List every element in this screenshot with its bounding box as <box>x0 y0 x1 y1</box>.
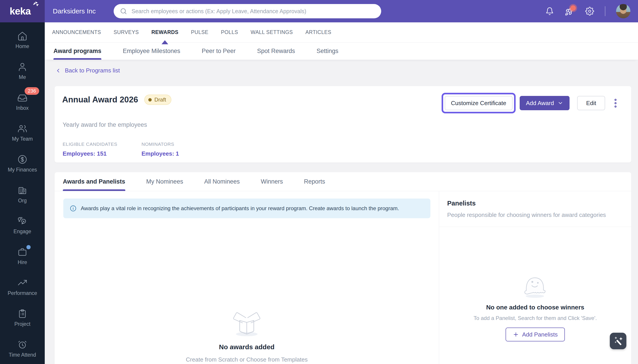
program-details-card: Awards and Panelists My Nominees All Nom… <box>55 172 631 364</box>
sidebar-item-engage[interactable]: Engage <box>14 216 31 238</box>
sidebar-label: Engage <box>14 228 31 234</box>
top-header: keka Darksiders Inc <box>0 0 638 22</box>
active-subtab-underline <box>54 58 101 60</box>
nominators-value[interactable]: Employees: 1 <box>141 150 179 157</box>
subtab-peer-to-peer[interactable]: Peer to Peer <box>202 42 236 60</box>
customize-certificate-button[interactable]: Customize Certificate <box>445 96 512 110</box>
time-attend-clock-icon <box>17 340 28 350</box>
magic-wand-icon <box>612 336 624 346</box>
user-avatar[interactable] <box>616 4 630 18</box>
awards-empty-subtitle: Create from Scratch or Choose from Templ… <box>186 356 308 363</box>
status-dot <box>148 98 152 102</box>
sidebar-item-my-team[interactable]: My Team <box>12 124 33 146</box>
active-tab-underline <box>63 190 125 191</box>
subtab-settings[interactable]: Settings <box>317 42 338 60</box>
eligible-candidates-value[interactable]: Employees: 151 <box>63 150 117 157</box>
subtab-employee-milestones[interactable]: Employee Milestones <box>123 42 180 60</box>
program-description: Yearly award for the employees <box>63 122 147 128</box>
panelists-subtitle: People responsible for choosing winners … <box>447 212 631 218</box>
tab-winners[interactable]: Winners <box>261 172 283 191</box>
tab-awards-and-panelists[interactable]: Awards and Panelists <box>63 172 125 191</box>
team-icon <box>17 124 28 134</box>
notifications-bell-icon[interactable] <box>545 7 554 16</box>
rewards-subnav: Award programs Employee Milestones Peer … <box>45 42 638 60</box>
panelists-header: Panelists People responsible for choosin… <box>439 191 631 227</box>
nav-tab-pulse[interactable]: PULSE <box>191 22 209 42</box>
customize-certificate-highlight: Customize Certificate <box>442 93 516 113</box>
nav-tab-wall-settings[interactable]: WALL SETTINGS <box>251 22 293 42</box>
eligible-candidates-stat: ELIGIBLE CANDIDATES Employees: 151 <box>63 142 117 157</box>
sidebar-item-inbox[interactable]: 236 Inbox <box>16 92 29 115</box>
eligible-candidates-label: ELIGIBLE CANDIDATES <box>63 142 117 147</box>
sidebar-item-org[interactable]: Org <box>17 185 28 208</box>
status-badge: Draft <box>144 94 171 105</box>
plus-icon <box>513 331 519 338</box>
sidebar-label: Time Attend <box>9 352 36 358</box>
awards-pane: Awards play a vital role in recognizing … <box>55 191 439 364</box>
nav-tab-polls[interactable]: POLLS <box>221 22 238 42</box>
info-icon <box>70 205 77 212</box>
nominators-label: NOMINATORS <box>141 142 179 147</box>
tab-my-nominees[interactable]: My Nominees <box>146 172 183 191</box>
add-panelists-button[interactable]: Add Panelists <box>505 328 565 342</box>
add-panelists-label: Add Panelists <box>522 331 558 338</box>
nav-tab-articles[interactable]: ARTICLES <box>305 22 331 42</box>
inbox-icon: 236 <box>17 92 28 103</box>
edit-button[interactable]: Edit <box>577 96 605 110</box>
logo-spark-icon <box>32 1 39 8</box>
engage-chat-icon <box>17 216 28 226</box>
nominators-stat: NOMINATORS Employees: 1 <box>141 142 179 157</box>
sidebar-item-me[interactable]: Me <box>17 62 28 84</box>
keka-logo[interactable]: keka <box>0 0 45 22</box>
sidebar-label: My Team <box>12 136 33 142</box>
program-summary-card: Annual Award 2026 Draft Customize Certif… <box>55 86 631 162</box>
nav-tab-announcements[interactable]: ANNOUNCEMENTS <box>52 22 101 42</box>
subtab-label: Award programs <box>54 48 101 54</box>
global-search[interactable] <box>114 4 381 18</box>
settings-gear-icon[interactable] <box>585 7 594 16</box>
active-tab-indicator <box>162 40 168 44</box>
panelists-empty-state: No one added to choose winners To add a … <box>439 267 631 342</box>
more-options-kebab-icon[interactable] <box>613 98 618 109</box>
sidebar-label: My Finances <box>8 167 37 173</box>
sidebar-item-performance[interactable]: Performance <box>8 278 37 300</box>
org-building-icon <box>17 185 28 196</box>
chevron-down-icon <box>557 100 563 106</box>
panelists-title: Panelists <box>447 200 631 207</box>
status-label: Draft <box>154 96 166 103</box>
magic-assistant-button[interactable] <box>610 333 626 349</box>
subtab-award-programs[interactable]: Award programs <box>54 42 101 60</box>
panelists-empty-title: No one added to choose winners <box>486 304 584 311</box>
sidebar-label: Project <box>14 321 31 327</box>
nav-tab-label: REWARDS <box>152 29 179 35</box>
whats-new-rocket-icon[interactable] <box>565 6 574 16</box>
inbox-unread-badge: 236 <box>25 87 39 95</box>
tab-label: Awards and Panelists <box>63 178 125 185</box>
tab-all-nominees[interactable]: All Nominees <box>204 172 240 191</box>
back-to-programs-link[interactable]: Back to Programs list <box>55 67 120 74</box>
back-link-label: Back to Programs list <box>65 67 120 74</box>
finances-dollar-icon <box>17 154 28 164</box>
sidebar-item-project[interactable]: Project <box>14 308 31 331</box>
user-icon <box>17 62 28 72</box>
add-award-label: Add Award <box>526 100 554 107</box>
program-title: Annual Award 2026 <box>62 95 138 104</box>
add-award-button[interactable]: Add Award <box>520 96 569 110</box>
ghost-icon <box>517 267 553 300</box>
chevron-left-icon <box>55 68 61 74</box>
sidebar-label: Home <box>16 44 29 50</box>
company-name: Darksiders Inc <box>53 0 96 22</box>
sidebar-item-time-attend[interactable]: Time Attend <box>9 340 36 362</box>
sidebar-item-hire[interactable]: Hire <box>17 247 28 269</box>
nav-tab-surveys[interactable]: SURVEYS <box>114 22 139 42</box>
panelists-pane: Panelists People responsible for choosin… <box>439 191 631 364</box>
sidebar-item-my-finances[interactable]: My Finances <box>8 154 37 177</box>
sidebar-item-home[interactable]: Home <box>16 31 29 53</box>
tab-reports[interactable]: Reports <box>304 172 325 191</box>
subtab-spot-rewards[interactable]: Spot Rewards <box>257 42 295 60</box>
sidebar-label: Org <box>18 198 27 204</box>
nav-tab-rewards[interactable]: REWARDS <box>152 22 179 42</box>
sidebar-label: Me <box>19 74 26 80</box>
search-input[interactable] <box>131 8 379 15</box>
sidebar-label: Hire <box>18 259 27 266</box>
